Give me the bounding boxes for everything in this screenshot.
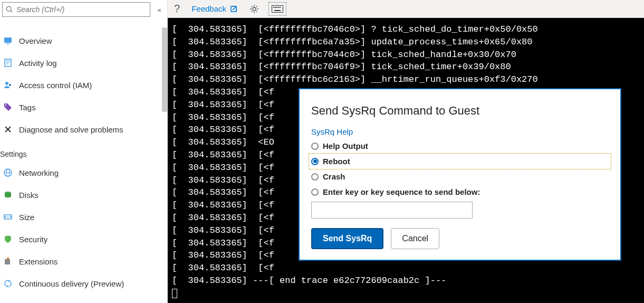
svg-rect-2	[4, 37, 12, 43]
sidebar-item-label: Access control (IAM)	[19, 81, 92, 90]
cursor-icon	[172, 289, 177, 298]
sidebar-item-label: Security	[19, 235, 47, 244]
sidebar-item-label: Activity log	[19, 59, 57, 68]
sidebar-section-settings: Settings	[0, 140, 167, 162]
sidebar-item-diagnose[interactable]: Diagnose and solve problems	[0, 118, 167, 140]
sidebar-item-extensions[interactable]: Extensions	[0, 250, 167, 272]
svg-point-0	[6, 6, 11, 11]
radio-reboot[interactable]: Reboot	[309, 154, 611, 169]
sidebar-item-size[interactable]: Size	[0, 206, 167, 228]
feedback-link[interactable]: Feedback	[189, 0, 240, 17]
svg-point-8	[5, 82, 8, 85]
radio-custom-key[interactable]: Enter key or key sequence to send below:	[311, 184, 609, 200]
svg-line-1	[11, 11, 12, 12]
radio-label: Crash	[323, 172, 345, 181]
sidebar-item-access-control[interactable]: Access control (IAM)	[0, 74, 167, 96]
radio-label: Enter key or key sequence to send below:	[323, 187, 480, 196]
extensions-icon	[3, 257, 13, 266]
cancel-button[interactable]: Cancel	[391, 228, 439, 249]
sidebar-item-label: Diagnose and solve problems	[19, 125, 123, 134]
help-button[interactable]: ?	[172, 0, 182, 17]
activity-log-icon	[3, 58, 13, 68]
svg-rect-19	[7, 258, 9, 260]
chevron-double-left-icon: «	[157, 6, 161, 14]
radio-label: Help Output	[323, 141, 368, 150]
tags-icon	[3, 102, 13, 112]
svg-rect-4	[5, 59, 11, 67]
overview-icon	[3, 36, 13, 45]
access-control-icon	[3, 80, 13, 90]
sidebar-item-label: Networking	[19, 168, 59, 177]
dialog-title: Send SysRq Command to Guest	[311, 104, 609, 118]
toolbar: ? Feedback	[168, 0, 644, 18]
svg-point-9	[9, 84, 11, 86]
send-sysrq-button[interactable]: Send SysRq	[311, 228, 383, 249]
feedback-label: Feedback	[191, 4, 226, 13]
svg-rect-28	[274, 10, 281, 11]
radio-label: Reboot	[323, 157, 350, 166]
sidebar-item-label: Size	[19, 213, 34, 222]
sidebar-item-activity-log[interactable]: Activity log	[0, 52, 167, 74]
radio-help-output[interactable]: Help Output	[311, 138, 609, 154]
svg-rect-24	[275, 7, 276, 8]
sidebar-item-label: Extensions	[19, 257, 57, 266]
scrollbar-thumb[interactable]	[162, 27, 167, 112]
sidebar-item-disks[interactable]: Disks	[0, 184, 167, 206]
sidebar: « Overview Activity log Access control (…	[0, 0, 168, 303]
sidebar-item-label: Tags	[19, 103, 36, 112]
collapse-sidebar-button[interactable]: «	[153, 4, 165, 15]
svg-rect-23	[273, 7, 274, 8]
nav-list: Overview Activity log Access control (IA…	[0, 20, 167, 295]
search-input[interactable]	[16, 5, 147, 14]
radio-icon	[311, 143, 319, 150]
continuous-delivery-icon	[3, 279, 13, 288]
sysrq-help-link[interactable]: SysRq Help	[311, 127, 353, 136]
sysrq-dialog: Send SysRq Command to Guest SysRq Help H…	[299, 88, 621, 261]
svg-rect-3	[6, 43, 9, 44]
svg-rect-26	[278, 7, 279, 8]
svg-rect-22	[272, 5, 283, 12]
svg-point-11	[7, 128, 9, 130]
sidebar-item-label: Disks	[19, 191, 39, 200]
search-icon	[6, 6, 13, 13]
keyboard-button[interactable]	[268, 2, 286, 16]
radio-icon	[311, 188, 319, 196]
networking-icon	[3, 168, 13, 177]
settings-gear-button[interactable]	[247, 0, 261, 17]
disks-icon	[3, 190, 13, 200]
sidebar-item-continuous-delivery[interactable]: Continuous delivery (Preview)	[0, 272, 167, 295]
radio-icon	[311, 173, 319, 181]
diagnose-icon	[3, 125, 13, 134]
external-link-icon	[229, 5, 238, 13]
sidebar-item-label: Overview	[19, 36, 52, 45]
shield-icon	[3, 234, 13, 244]
svg-point-20	[5, 280, 11, 287]
svg-rect-25	[276, 7, 277, 8]
sidebar-item-label: Continuous delivery (Preview)	[19, 279, 124, 288]
radio-crash[interactable]: Crash	[311, 169, 609, 184]
sidebar-item-networking[interactable]: Networking	[0, 162, 167, 184]
sidebar-item-tags[interactable]: Tags	[0, 96, 167, 118]
gear-icon	[249, 4, 259, 14]
svg-rect-27	[280, 7, 281, 8]
svg-point-21	[253, 7, 256, 11]
svg-point-10	[5, 105, 6, 106]
keyboard-icon	[272, 5, 283, 13]
size-icon	[3, 212, 13, 222]
search-box[interactable]	[2, 2, 150, 17]
sidebar-item-security[interactable]: Security	[0, 228, 167, 250]
radio-icon	[311, 158, 319, 165]
key-sequence-input[interactable]	[311, 202, 473, 219]
sidebar-item-overview[interactable]: Overview	[0, 30, 167, 52]
svg-rect-18	[5, 259, 10, 264]
